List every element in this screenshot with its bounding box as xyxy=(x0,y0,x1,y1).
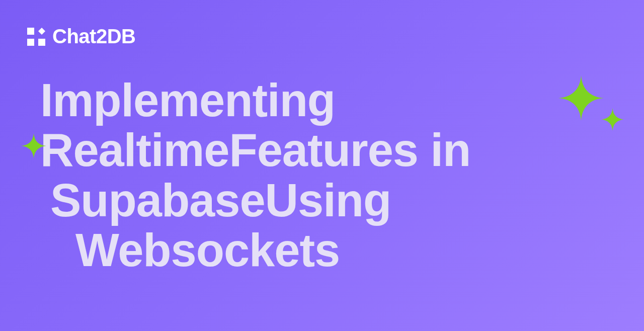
logo-text: Chat2DB xyxy=(52,25,135,48)
logo-icon xyxy=(25,26,47,48)
sparkle-icon xyxy=(21,133,46,158)
headline-line-3: SupabaseUsing xyxy=(40,176,493,225)
page-title: Implementing RealtimeFeatures in Supabas… xyxy=(40,75,493,275)
sparkle-icon xyxy=(601,108,624,131)
sparkle-icon xyxy=(558,75,604,121)
headline-line-4: Websockets xyxy=(40,225,493,275)
headline-line-1: Implementing xyxy=(40,75,493,125)
headline-line-2: RealtimeFeatures in xyxy=(40,125,493,175)
brand-logo: Chat2DB xyxy=(25,25,135,48)
